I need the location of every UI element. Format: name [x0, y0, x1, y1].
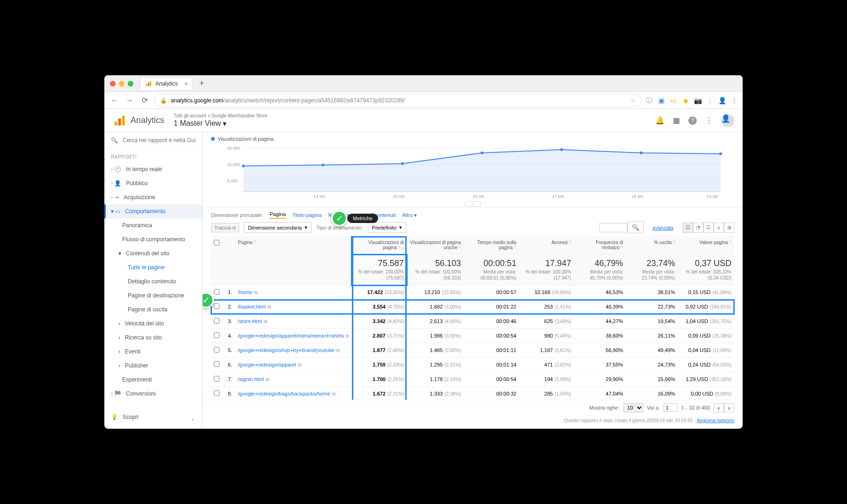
nav-landing-pages[interactable]: Pagine di destinazione	[104, 288, 202, 302]
select-all-checkbox[interactable]	[214, 240, 219, 245]
ext-blue-icon[interactable]: ▣	[657, 97, 665, 104]
window-controls[interactable]	[110, 81, 133, 86]
page-link[interactable]: /google+redesign/shop+by+brand/youtube	[238, 347, 334, 353]
row-checkbox[interactable]	[214, 289, 219, 295]
view-selector[interactable]: 1 Master View ▾	[174, 119, 267, 128]
goto-input[interactable]	[664, 403, 678, 412]
table-search-input[interactable]	[599, 223, 628, 232]
page-link[interactable]: /google+redesign/apparel/mens/mens+t+shi…	[238, 333, 344, 338]
table-row[interactable]: 7. /signin.html⧉ 1.700(2,25%) 1.178(2,10…	[211, 372, 734, 387]
col-avgtime[interactable]: Tempo medio sulla pagina?	[464, 236, 519, 254]
page-link[interactable]: /store.html	[238, 318, 262, 324]
ext-yellow-icon[interactable]: ◆	[682, 97, 689, 104]
nav-site-speed[interactable]: › Velocità del sito	[104, 317, 202, 331]
close-icon[interactable]	[110, 81, 116, 86]
col-entrances[interactable]: Accessi?	[519, 236, 574, 254]
table-row[interactable]: 5. /google+redesign/shop+by+brand/youtub…	[211, 343, 734, 358]
forward-button[interactable]: →	[124, 95, 135, 106]
view-pie-icon[interactable]: ◔	[693, 223, 703, 233]
view-table-icon[interactable]: ☰	[683, 223, 693, 233]
table-row[interactable]: 8. /google+redesign/bags/backpacks/home⧉…	[211, 387, 734, 400]
table-row[interactable]: 2. /basket.html⧉ 3.554(4,70%) 1.682(3,00…	[211, 300, 734, 314]
nav-overview[interactable]: Panoramica	[104, 218, 202, 232]
dim-page[interactable]: Pagina	[270, 211, 285, 219]
external-link-icon[interactable]: ⧉	[332, 391, 336, 396]
nav-content-drilldown[interactable]: Dettaglio contenuto	[104, 274, 202, 288]
browser-tab[interactable]: Analytics ×	[140, 77, 192, 90]
view-bar-icon[interactable]: ☲	[703, 223, 714, 233]
plot-rows-input[interactable]	[211, 223, 239, 232]
nav-acquisition[interactable]: › ⇥Acquisizione	[104, 190, 202, 204]
ext-orange-icon[interactable]: ▭	[670, 97, 677, 104]
secondary-dimension-select[interactable]: Dimensione secondaria ▾	[244, 222, 312, 233]
col-value[interactable]: Valore pagina?	[678, 236, 734, 254]
page-link[interactable]: /home	[238, 289, 252, 295]
reload-button[interactable]: ⟳	[139, 95, 150, 106]
nav-behavior[interactable]: ▾ ▭Comportamento	[104, 204, 202, 218]
nav-behavior-flow[interactable]: Flusso di comportamento	[104, 232, 202, 246]
address-bar[interactable]: 🔒 analytics.google.com/analytics/web/#/r…	[154, 94, 642, 107]
col-pageviews[interactable]: Visualizzazioni di pagina? ↓	[352, 236, 407, 254]
nav-publisher[interactable]: › Publisher	[104, 359, 202, 373]
dim-other[interactable]: Altro ▾	[402, 212, 417, 218]
table-row[interactable]: 1. /home⧉ 17.422(23,05%) 13.210(23,55%) …	[211, 285, 734, 300]
prev-page-button[interactable]: ‹	[714, 403, 724, 412]
menu-icon[interactable]: ⋮	[730, 97, 738, 104]
external-link-icon[interactable]: ⧉	[298, 362, 301, 367]
help-icon[interactable]: ?	[688, 116, 697, 125]
row-checkbox[interactable]	[214, 318, 219, 324]
col-page[interactable]: Pagina?	[235, 236, 352, 254]
nav-exit-pages[interactable]: Pagine di uscita	[104, 302, 202, 317]
nav-site-content[interactable]: ▾ Contenuti del sito	[104, 246, 202, 260]
external-link-icon[interactable]: ⧉	[264, 319, 267, 324]
external-link-icon[interactable]: ⧉	[346, 333, 349, 338]
col-bounce[interactable]: Frequenza di rimbalzo?	[574, 236, 626, 254]
nav-site-search[interactable]: › Ricerca su sito	[104, 331, 202, 345]
table-row[interactable]: 4. /google+redesign/apparel/mens/mens+t+…	[211, 329, 734, 343]
ext-camera-icon[interactable]: 📷	[694, 97, 701, 104]
back-button[interactable]: ←	[109, 95, 120, 106]
nav-admin[interactable]: ⚙Amministratore	[104, 424, 202, 429]
star-icon[interactable]: ☆	[630, 97, 635, 104]
tab-close-icon[interactable]: ×	[184, 80, 188, 87]
minimize-icon[interactable]	[119, 81, 124, 86]
nav-audience[interactable]: › 👤Pubblico	[104, 176, 202, 190]
more-icon[interactable]: ⋮	[705, 116, 713, 125]
dim-title[interactable]: Titolo pagina	[292, 212, 322, 218]
chart-expand-icon[interactable]: ⌄	[465, 201, 481, 207]
external-link-icon[interactable]: ⧉	[268, 304, 271, 310]
nav-discover[interactable]: 💡Scopri	[104, 410, 202, 424]
page-link[interactable]: /basket.html	[238, 304, 265, 310]
row-checkbox[interactable]	[214, 390, 219, 396]
ext-avatar-icon[interactable]: 👤	[718, 97, 726, 104]
nav-realtime[interactable]: › 🕐In tempo reale	[104, 162, 202, 176]
external-link-icon[interactable]: ⧉	[336, 348, 340, 353]
advanced-link[interactable]: avanzata	[652, 225, 673, 230]
nav-conversions[interactable]: › 🏁Conversioni	[104, 387, 202, 401]
refresh-link[interactable]: Aggiorna rapporto	[697, 418, 734, 423]
nav-experiments[interactable]: Esperimenti	[104, 373, 202, 387]
row-checkbox[interactable]	[214, 347, 219, 353]
apps-icon[interactable]: ▦	[673, 116, 680, 125]
next-page-button[interactable]: ›	[724, 403, 734, 412]
breadcrumb[interactable]: Tutti gli account > Google Merchandise S…	[174, 113, 267, 128]
page-link[interactable]: /google+redesign/apparel	[238, 362, 296, 367]
table-row[interactable]: 6. /google+redesign/apparel⧉ 1.759(2,33%…	[211, 358, 734, 372]
col-exit[interactable]: % uscita?	[626, 236, 678, 254]
search-input[interactable]	[123, 137, 196, 144]
new-tab-button[interactable]: +	[195, 77, 208, 90]
rows-select[interactable]: 10	[623, 403, 643, 412]
col-unique[interactable]: Visualizzazioni di pagina uniche?	[407, 236, 464, 254]
row-checkbox[interactable]	[214, 332, 219, 338]
table-row[interactable]: 3. /store.html⧉ 3.342(4,42%) 2.613(4,66%…	[211, 314, 734, 329]
row-checkbox[interactable]	[214, 303, 219, 309]
row-checkbox[interactable]	[214, 376, 219, 382]
view-pivot-icon[interactable]: ⊞	[724, 223, 734, 233]
ext-info-icon[interactable]: ⓘ	[645, 97, 653, 104]
nav-all-pages[interactable]: Tutte le pagine	[104, 260, 202, 274]
page-link[interactable]: /signin.html	[238, 376, 264, 382]
view-comparison-icon[interactable]: ≡	[714, 223, 724, 233]
maximize-icon[interactable]	[128, 81, 133, 86]
avatar[interactable]: 👤	[721, 114, 734, 127]
nav-events[interactable]: › Eventi	[104, 345, 202, 359]
